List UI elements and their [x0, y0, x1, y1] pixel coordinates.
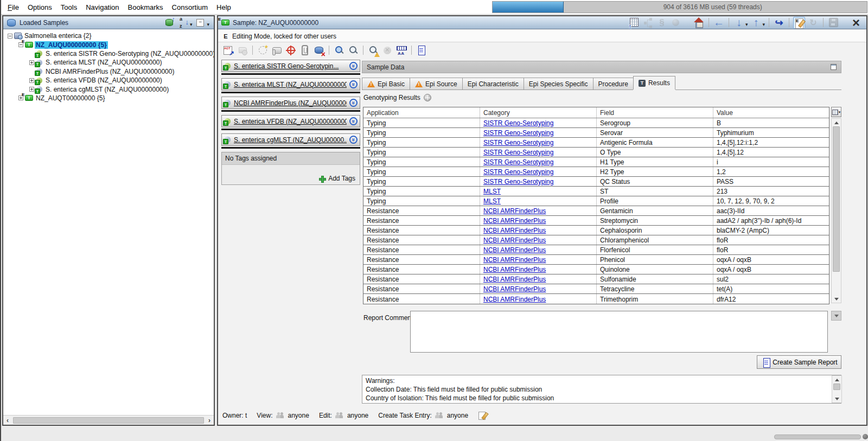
category-link[interactable]: NCBI AMRFinderPlus	[483, 276, 546, 283]
category-link[interactable]: SISTR Geno-Serotyping	[483, 119, 553, 127]
menu-item-file[interactable]: File	[3, 1, 23, 14]
tab-epi-source[interactable]: Epi Source	[410, 78, 463, 90]
report-comment-input[interactable]	[410, 311, 828, 353]
task-entry-label[interactable]: NCBI AMRFinderPlus (NZ_AUQU00000...	[234, 99, 347, 107]
menu-item-bookmarks[interactable]: Bookmarks	[124, 1, 168, 14]
category-link[interactable]: NCBI AMRFinderPlus	[483, 207, 546, 215]
table-vertical-scrollbar[interactable]	[831, 118, 841, 303]
home-icon[interactable]	[693, 17, 705, 29]
collapse-all-icon[interactable]	[194, 17, 206, 29]
procedure-icon[interactable]	[271, 44, 283, 56]
tree-horizontal-scrollbar[interactable]: ‹ ›	[3, 415, 214, 425]
table-row[interactable]: TypingSISTR Geno-SerotypingSerovarTyphim…	[363, 128, 829, 138]
cell-category[interactable]: NCBI AMRFinderPlus	[480, 206, 597, 215]
expand-chevrons-icon[interactable]	[349, 117, 358, 125]
category-link[interactable]: MLST	[483, 188, 501, 195]
import-database-icon[interactable]	[163, 17, 175, 29]
cell-category[interactable]: NCBI AMRFinderPlus	[480, 255, 597, 264]
report-comment-dropdown[interactable]	[831, 311, 841, 321]
tree-item[interactable]: NZ_AUQU00000000 {5}	[3, 40, 214, 49]
task-entry-button[interactable]: S. enterica MLST (NZ_AUQU00000000)	[221, 78, 360, 91]
cell-category[interactable]: NCBI AMRFinderPlus	[480, 284, 597, 293]
category-link[interactable]: NCBI AMRFinderPlus	[483, 227, 546, 234]
sequence-export-icon[interactable]: AGT	[222, 44, 234, 56]
table-row[interactable]: TypingMLSTProfile10, 7, 12, 9, 70, 9, 2	[363, 196, 829, 206]
menu-item-navigation[interactable]: Navigation	[81, 1, 123, 14]
table-row[interactable]: ResistanceNCBI AMRFinderPlusTetracycline…	[363, 284, 829, 294]
column-header-category[interactable]: Category	[480, 107, 597, 118]
category-link[interactable]: SISTR Geno-Serotyping	[483, 158, 553, 166]
jump-arrow-icon[interactable]	[773, 17, 785, 29]
maximize-icon[interactable]	[831, 64, 837, 70]
tree-item[interactable]: S. enterica VFDB (NZ_AUQU00000000)	[3, 76, 214, 85]
edit-permissions-icon[interactable]	[478, 411, 487, 420]
tab-epi-species-specific[interactable]: Epi Species Specific	[524, 78, 593, 90]
column-header-application[interactable]: Application	[363, 107, 480, 118]
tree-item[interactable]: Salmonella enterica {2}	[3, 31, 214, 40]
collapse-all-caret[interactable]: ▾	[207, 22, 209, 27]
create-sample-report-button[interactable]: Create Sample Report	[757, 355, 841, 369]
cell-category[interactable]: SISTR Geno-Serotyping	[480, 128, 597, 137]
task-entry-label[interactable]: S. enterica VFDB (NZ_AUQU00000000)	[234, 118, 347, 125]
tree-item-label[interactable]: Salmonella enterica {2}	[23, 32, 92, 40]
sort-az-icon[interactable]: ↓	[177, 17, 189, 29]
globe-icon[interactable]	[424, 94, 431, 101]
scroll-down-arrow[interactable]	[833, 395, 841, 402]
tab-results[interactable]: Results	[633, 76, 675, 90]
tree-item[interactable]: NZ_AUQT00000000 {5}	[3, 94, 214, 103]
sort-az-caret[interactable]: ▾	[190, 22, 193, 27]
category-link[interactable]: NCBI AMRFinderPlus	[483, 217, 546, 225]
category-link[interactable]: SISTR Geno-Serotyping	[483, 139, 553, 146]
cell-category[interactable]: NCBI AMRFinderPlus	[480, 226, 597, 235]
expand-chevrons-icon[interactable]	[349, 99, 358, 107]
cell-category[interactable]: SISTR Geno-Serotyping	[480, 138, 597, 147]
target-icon[interactable]	[285, 44, 297, 56]
tree-expander-icon[interactable]	[29, 78, 34, 83]
expand-chevrons-icon[interactable]	[349, 62, 358, 70]
tree-item-label[interactable]: NCBI AMRFinderPlus (NZ_AUQU00000000)	[44, 68, 175, 75]
table-row[interactable]: ResistanceNCBI AMRFinderPlusGentamicinaa…	[363, 206, 829, 216]
menu-item-help[interactable]: Help	[212, 1, 235, 14]
category-link[interactable]: NCBI AMRFinderPlus	[483, 237, 546, 244]
close-icon[interactable]	[850, 17, 862, 29]
cell-category[interactable]: SISTR Geno-Serotyping	[480, 157, 597, 167]
scroll-up-arrow[interactable]	[833, 376, 841, 384]
table-settings-button[interactable]	[831, 107, 841, 117]
column-header-field[interactable]: Field	[597, 107, 713, 118]
table-row[interactable]: TypingSISTR Geno-SerotypingQC StatusPASS	[363, 177, 829, 187]
menu-item-consortium[interactable]: Consortium	[168, 1, 212, 14]
category-link[interactable]: MLST	[483, 197, 501, 205]
cell-category[interactable]: SISTR Geno-Serotyping	[480, 177, 597, 186]
cell-category[interactable]: NCBI AMRFinderPlus	[480, 245, 597, 254]
table-row[interactable]: ResistanceNCBI AMRFinderPlusCephalospori…	[363, 226, 829, 235]
cell-category[interactable]: NCBI AMRFinderPlus	[480, 294, 597, 304]
zoom-out-icon[interactable]	[347, 44, 359, 56]
table-row[interactable]: TypingSISTR Geno-SerotypingSerogroupB	[363, 118, 829, 128]
down-arrow-caret[interactable]: ▾	[745, 22, 748, 27]
category-link[interactable]: SISTR Geno-Serotyping	[483, 129, 553, 137]
cell-category[interactable]: NCBI AMRFinderPlus	[480, 265, 597, 274]
cell-category[interactable]: MLST	[480, 187, 597, 196]
expand-chevrons-icon[interactable]	[349, 136, 358, 144]
edit-mode-icon[interactable]: E	[793, 17, 805, 29]
ruler-text-icon[interactable]	[395, 44, 407, 56]
tree-item[interactable]: S. enterica SISTR Geno-Serotyping (NZ_AU…	[3, 49, 214, 58]
cell-category[interactable]: SISTR Geno-Serotyping	[480, 118, 597, 127]
cell-category[interactable]: SISTR Geno-Serotyping	[480, 148, 597, 157]
down-arrow-icon[interactable]	[733, 17, 745, 29]
task-entry-label[interactable]: S. enterica cgMLST (NZ_AUQU00000...	[234, 136, 347, 144]
category-link[interactable]: SISTR Geno-Serotyping	[483, 178, 553, 186]
new-task-icon[interactable]	[257, 44, 269, 56]
tab-procedure[interactable]: Procedure	[593, 78, 634, 90]
cell-category[interactable]: NCBI AMRFinderPlus	[480, 235, 597, 245]
scroll-down-arrow[interactable]	[832, 295, 840, 303]
tree-item-label[interactable]: NZ_AUQU00000000 {5}	[35, 41, 108, 49]
up-arrow-icon[interactable]	[750, 17, 762, 29]
scrollbar-thumb[interactable]	[833, 126, 840, 272]
resize-grip-icon[interactable]	[863, 434, 868, 439]
task-entry-button[interactable]: S. enterica SISTR Geno-Serotypin...	[221, 60, 360, 72]
table-row[interactable]: TypingSISTR Geno-SerotypingH1 Typei	[363, 157, 829, 167]
tree-expander-icon[interactable]	[8, 34, 12, 39]
bottom-horizontal-scrollbar[interactable]	[774, 434, 861, 439]
tree-expander-icon[interactable]	[29, 60, 34, 65]
